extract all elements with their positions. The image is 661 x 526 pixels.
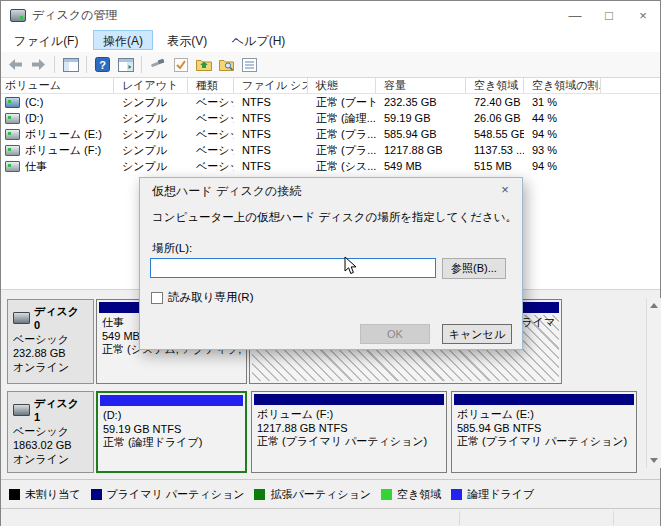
forward-icon[interactable] xyxy=(28,54,49,75)
cell-type: ベーシック xyxy=(188,158,234,174)
table-row[interactable]: (C:) シンプル ベーシック NTFS 正常 (ブート... 232.35 G… xyxy=(1,94,660,110)
partition-size: 1217.88 GB NTFS xyxy=(257,422,441,436)
disk-kind: ベーシック xyxy=(13,424,88,438)
column-status[interactable]: 状態 xyxy=(308,78,376,93)
menu-help[interactable]: ヘルプ(H) xyxy=(222,30,296,50)
scroll-down-icon[interactable] xyxy=(647,453,661,468)
cell-type: ベーシック xyxy=(188,142,234,158)
cell-type: ベーシック xyxy=(188,110,234,126)
cell-free: 1137.53 ... xyxy=(466,142,524,158)
disk0-info-panel[interactable]: ディスク 0 ベーシック 232.88 GB オンライン xyxy=(7,299,94,384)
readonly-checkbox-row[interactable]: 読み取り専用(R) xyxy=(151,290,254,305)
browse-button[interactable]: 参照(B)... xyxy=(442,258,506,279)
dialog-message: コンピューター上の仮想ハード ディスクの場所を指定してください。 xyxy=(152,210,517,225)
ok-button: OK xyxy=(360,324,430,344)
legend-label: 未割り当て xyxy=(25,487,81,502)
column-free[interactable]: 空き領域 xyxy=(466,78,524,93)
cell-status: 正常 (プラ... xyxy=(308,126,376,142)
disk-status: オンライン xyxy=(13,360,88,374)
back-icon[interactable] xyxy=(5,54,26,75)
cell-status: 正常 (論理... xyxy=(308,110,376,126)
statusbar-divider xyxy=(613,511,614,525)
cell-free: 72.40 GB xyxy=(466,94,524,110)
partition-size: 585.94 GB NTFS xyxy=(457,422,631,436)
folder-search-icon[interactable] xyxy=(216,54,237,75)
partition-color-bar xyxy=(100,395,243,406)
maximize-button[interactable]: □ xyxy=(592,1,626,30)
dialog-close-icon[interactable]: × xyxy=(489,179,521,201)
cell-capacity: 549 MB xyxy=(376,158,466,174)
cell-pct: 94 % xyxy=(524,126,601,142)
cancel-button[interactable]: キャンセル xyxy=(442,324,512,344)
disk-icon xyxy=(13,404,30,416)
cell-fs: NTFS xyxy=(234,158,308,174)
check-icon[interactable] xyxy=(170,54,191,75)
mouse-cursor xyxy=(344,256,357,279)
cell-capacity: 232.35 GB xyxy=(376,94,466,110)
cell-type: ベーシック xyxy=(188,126,234,142)
column-capacity[interactable]: 容量 xyxy=(376,78,466,93)
disk1-info-panel[interactable]: ディスク 1 ベーシック 1863.02 GB オンライン xyxy=(7,391,94,473)
column-volume[interactable]: ボリューム xyxy=(1,78,114,93)
partition-name: ボリューム (E:) xyxy=(457,408,631,422)
drive-icon xyxy=(5,97,20,108)
disk-management-window: ディスクの管理 — □ × ファイル(F) 操作(A) 表示(V) ヘルプ(H)… xyxy=(0,0,661,526)
help-icon[interactable]: ? xyxy=(92,54,113,75)
partition-d[interactable]: (D:) 59.19 GB NTFS 正常 (論理ドライブ) xyxy=(96,391,247,473)
legend-label: 拡張パーティション xyxy=(270,487,371,502)
action-pane-icon[interactable] xyxy=(115,54,136,75)
scroll-up-icon[interactable] xyxy=(647,298,661,313)
cell-layout: シンプル xyxy=(114,94,188,110)
disk-size: 232.88 GB xyxy=(13,346,88,360)
partition-legend: 未割り当て プライマリ パーティション 拡張パーティション 空き領域 論理ドライ… xyxy=(1,479,660,508)
disk-name: ディスク 1 xyxy=(34,396,88,424)
table-row[interactable]: ボリューム (E:) シンプル ベーシック NTFS 正常 (プラ... 585… xyxy=(1,126,660,142)
dialog-title: 仮想ハード ディスクの接続 xyxy=(152,183,301,200)
minimize-button[interactable]: — xyxy=(558,1,592,30)
statusbar-divider xyxy=(459,511,460,525)
svg-text:?: ? xyxy=(99,59,106,71)
cell-fs: NTFS xyxy=(234,142,308,158)
drive-icon xyxy=(5,129,20,140)
app-icon xyxy=(10,9,26,22)
cell-pct: 31 % xyxy=(524,94,601,110)
column-layout[interactable]: レイアウト xyxy=(114,78,188,93)
legend-label: 論理ドライブ xyxy=(467,487,534,502)
partition-e[interactable]: ボリューム (E:) 585.94 GB NTFS 正常 (プライマリ パーティ… xyxy=(451,391,637,473)
menu-action[interactable]: 操作(A) xyxy=(93,30,153,50)
cell-layout: シンプル xyxy=(114,142,188,158)
close-button[interactable]: × xyxy=(626,1,660,30)
readonly-label: 読み取り専用(R) xyxy=(168,290,254,305)
column-type[interactable]: 種類 xyxy=(188,78,234,93)
cell-layout: シンプル xyxy=(114,110,188,126)
menu-view[interactable]: 表示(V) xyxy=(157,30,217,50)
readonly-checkbox[interactable] xyxy=(151,292,163,304)
partition-color-bar xyxy=(454,394,634,405)
location-input[interactable] xyxy=(150,258,436,278)
menu-file[interactable]: ファイル(F) xyxy=(4,30,88,50)
disk-size: 1863.02 GB xyxy=(13,438,88,452)
partition-status: 正常 (プライマリ パーティション) xyxy=(457,435,631,449)
partition-f[interactable]: ボリューム (F:) 1217.88 GB NTFS 正常 (プライマリ パーテ… xyxy=(251,391,447,473)
console-tree-icon[interactable] xyxy=(60,54,81,75)
table-row[interactable]: 仕事 シンプル ベーシック NTFS 正常 (シス... 549 MB 515 … xyxy=(1,158,660,174)
column-free-pct[interactable]: 空き領域の割... xyxy=(524,78,601,93)
legend-swatch xyxy=(9,489,20,500)
legend-item: プライマリ パーティション xyxy=(91,487,245,502)
column-filesystem[interactable]: ファイル システム xyxy=(234,78,308,93)
table-row[interactable]: ボリューム (F:) シンプル ベーシック NTFS 正常 (プラ... 121… xyxy=(1,142,660,158)
legend-swatch xyxy=(91,489,102,500)
disk-name: ディスク 0 xyxy=(34,304,88,332)
toolbar: ? xyxy=(1,52,660,78)
cell-fs: NTFS xyxy=(234,110,308,126)
folder-up-icon[interactable] xyxy=(193,54,214,75)
tool-icon[interactable] xyxy=(147,54,168,75)
vertical-scrollbar[interactable] xyxy=(646,298,661,468)
list-icon[interactable] xyxy=(239,54,260,75)
cell-status: 正常 (プラ... xyxy=(308,142,376,158)
volume-name: ボリューム (F:) xyxy=(25,142,101,158)
legend-swatch xyxy=(451,489,462,500)
volume-name: (C:) xyxy=(25,94,43,110)
table-row[interactable]: (D:) シンプル ベーシック NTFS 正常 (論理... 59.19 GB … xyxy=(1,110,660,126)
cell-free: 515 MB xyxy=(466,158,524,174)
